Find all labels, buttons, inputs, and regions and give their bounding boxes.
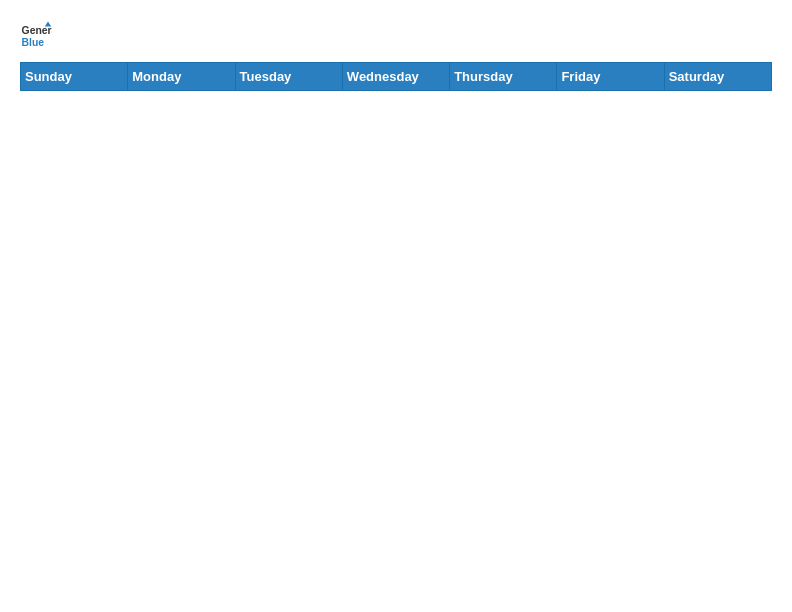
svg-marker-2 <box>45 22 51 27</box>
header-day-tuesday: Tuesday <box>235 63 342 91</box>
logo-icon: General Blue <box>20 20 52 52</box>
page-header: General Blue <box>20 20 772 52</box>
header-day-sunday: Sunday <box>21 63 128 91</box>
header-day-thursday: Thursday <box>450 63 557 91</box>
header-day-wednesday: Wednesday <box>342 63 449 91</box>
calendar-header-row: SundayMondayTuesdayWednesdayThursdayFrid… <box>21 63 772 91</box>
logo: General Blue <box>20 20 56 52</box>
header-day-monday: Monday <box>128 63 235 91</box>
header-day-saturday: Saturday <box>664 63 771 91</box>
header-day-friday: Friday <box>557 63 664 91</box>
calendar-table: SundayMondayTuesdayWednesdayThursdayFrid… <box>20 62 772 91</box>
svg-text:Blue: Blue <box>22 37 45 48</box>
svg-text:General: General <box>22 25 52 36</box>
